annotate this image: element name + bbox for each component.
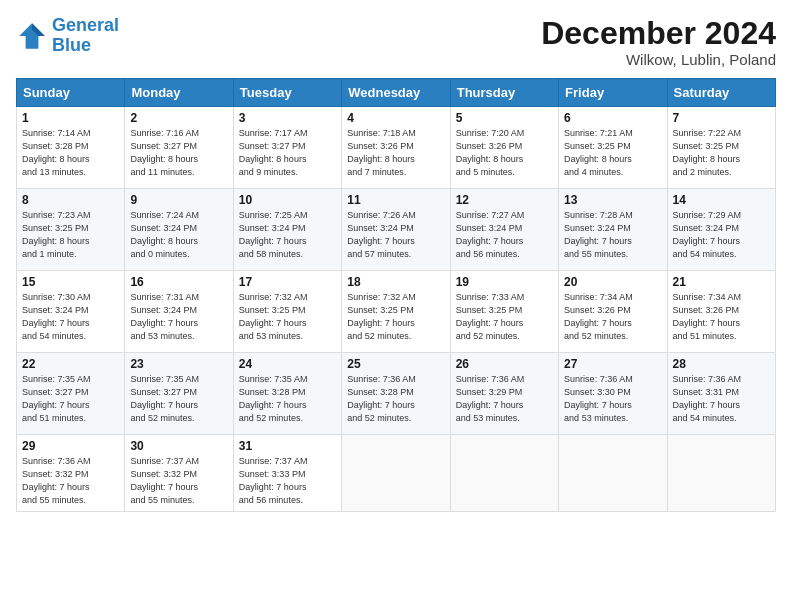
day-info: Sunrise: 7:27 AM Sunset: 3:24 PM Dayligh… <box>456 209 553 261</box>
logo-line2: Blue <box>52 35 91 55</box>
calendar-cell: 24Sunrise: 7:35 AM Sunset: 3:28 PM Dayli… <box>233 353 341 435</box>
calendar-cell: 3Sunrise: 7:17 AM Sunset: 3:27 PM Daylig… <box>233 107 341 189</box>
day-number: 10 <box>239 193 336 207</box>
day-number: 6 <box>564 111 661 125</box>
day-number: 27 <box>564 357 661 371</box>
calendar-week-1: 1Sunrise: 7:14 AM Sunset: 3:28 PM Daylig… <box>17 107 776 189</box>
calendar-cell: 31Sunrise: 7:37 AM Sunset: 3:33 PM Dayli… <box>233 435 341 512</box>
calendar-header-row: SundayMondayTuesdayWednesdayThursdayFrid… <box>17 79 776 107</box>
day-number: 17 <box>239 275 336 289</box>
logo-line1: General <box>52 15 119 35</box>
day-number: 3 <box>239 111 336 125</box>
calendar-cell: 2Sunrise: 7:16 AM Sunset: 3:27 PM Daylig… <box>125 107 233 189</box>
day-info: Sunrise: 7:18 AM Sunset: 3:26 PM Dayligh… <box>347 127 444 179</box>
day-number: 13 <box>564 193 661 207</box>
calendar-table: SundayMondayTuesdayWednesdayThursdayFrid… <box>16 78 776 512</box>
page: General Blue December 2024 Wilkow, Lubli… <box>0 0 792 612</box>
day-info: Sunrise: 7:31 AM Sunset: 3:24 PM Dayligh… <box>130 291 227 343</box>
calendar-cell: 30Sunrise: 7:37 AM Sunset: 3:32 PM Dayli… <box>125 435 233 512</box>
day-number: 9 <box>130 193 227 207</box>
day-number: 19 <box>456 275 553 289</box>
day-number: 12 <box>456 193 553 207</box>
day-info: Sunrise: 7:22 AM Sunset: 3:25 PM Dayligh… <box>673 127 770 179</box>
day-number: 21 <box>673 275 770 289</box>
day-number: 29 <box>22 439 119 453</box>
logo-text: General Blue <box>52 16 119 56</box>
calendar-cell: 16Sunrise: 7:31 AM Sunset: 3:24 PM Dayli… <box>125 271 233 353</box>
calendar-cell <box>559 435 667 512</box>
calendar-cell: 17Sunrise: 7:32 AM Sunset: 3:25 PM Dayli… <box>233 271 341 353</box>
calendar-cell: 8Sunrise: 7:23 AM Sunset: 3:25 PM Daylig… <box>17 189 125 271</box>
calendar-week-4: 22Sunrise: 7:35 AM Sunset: 3:27 PM Dayli… <box>17 353 776 435</box>
day-info: Sunrise: 7:35 AM Sunset: 3:28 PM Dayligh… <box>239 373 336 425</box>
col-header-saturday: Saturday <box>667 79 775 107</box>
day-number: 25 <box>347 357 444 371</box>
day-number: 30 <box>130 439 227 453</box>
day-info: Sunrise: 7:34 AM Sunset: 3:26 PM Dayligh… <box>673 291 770 343</box>
day-number: 1 <box>22 111 119 125</box>
day-info: Sunrise: 7:16 AM Sunset: 3:27 PM Dayligh… <box>130 127 227 179</box>
calendar-cell: 11Sunrise: 7:26 AM Sunset: 3:24 PM Dayli… <box>342 189 450 271</box>
calendar-cell: 1Sunrise: 7:14 AM Sunset: 3:28 PM Daylig… <box>17 107 125 189</box>
day-info: Sunrise: 7:21 AM Sunset: 3:25 PM Dayligh… <box>564 127 661 179</box>
day-info: Sunrise: 7:25 AM Sunset: 3:24 PM Dayligh… <box>239 209 336 261</box>
day-number: 24 <box>239 357 336 371</box>
day-number: 26 <box>456 357 553 371</box>
col-header-friday: Friday <box>559 79 667 107</box>
day-info: Sunrise: 7:23 AM Sunset: 3:25 PM Dayligh… <box>22 209 119 261</box>
day-number: 11 <box>347 193 444 207</box>
day-number: 16 <box>130 275 227 289</box>
day-info: Sunrise: 7:26 AM Sunset: 3:24 PM Dayligh… <box>347 209 444 261</box>
calendar-cell: 13Sunrise: 7:28 AM Sunset: 3:24 PM Dayli… <box>559 189 667 271</box>
main-title: December 2024 <box>541 16 776 51</box>
day-info: Sunrise: 7:35 AM Sunset: 3:27 PM Dayligh… <box>22 373 119 425</box>
day-number: 31 <box>239 439 336 453</box>
calendar-cell: 18Sunrise: 7:32 AM Sunset: 3:25 PM Dayli… <box>342 271 450 353</box>
day-number: 8 <box>22 193 119 207</box>
day-info: Sunrise: 7:20 AM Sunset: 3:26 PM Dayligh… <box>456 127 553 179</box>
calendar-cell: 22Sunrise: 7:35 AM Sunset: 3:27 PM Dayli… <box>17 353 125 435</box>
calendar-cell: 7Sunrise: 7:22 AM Sunset: 3:25 PM Daylig… <box>667 107 775 189</box>
day-info: Sunrise: 7:28 AM Sunset: 3:24 PM Dayligh… <box>564 209 661 261</box>
day-number: 4 <box>347 111 444 125</box>
day-info: Sunrise: 7:17 AM Sunset: 3:27 PM Dayligh… <box>239 127 336 179</box>
calendar-cell: 23Sunrise: 7:35 AM Sunset: 3:27 PM Dayli… <box>125 353 233 435</box>
day-number: 23 <box>130 357 227 371</box>
calendar-cell: 14Sunrise: 7:29 AM Sunset: 3:24 PM Dayli… <box>667 189 775 271</box>
calendar-cell: 19Sunrise: 7:33 AM Sunset: 3:25 PM Dayli… <box>450 271 558 353</box>
day-info: Sunrise: 7:29 AM Sunset: 3:24 PM Dayligh… <box>673 209 770 261</box>
day-info: Sunrise: 7:36 AM Sunset: 3:30 PM Dayligh… <box>564 373 661 425</box>
calendar-cell: 26Sunrise: 7:36 AM Sunset: 3:29 PM Dayli… <box>450 353 558 435</box>
day-number: 28 <box>673 357 770 371</box>
col-header-wednesday: Wednesday <box>342 79 450 107</box>
day-info: Sunrise: 7:14 AM Sunset: 3:28 PM Dayligh… <box>22 127 119 179</box>
day-info: Sunrise: 7:24 AM Sunset: 3:24 PM Dayligh… <box>130 209 227 261</box>
day-info: Sunrise: 7:36 AM Sunset: 3:28 PM Dayligh… <box>347 373 444 425</box>
calendar-cell: 5Sunrise: 7:20 AM Sunset: 3:26 PM Daylig… <box>450 107 558 189</box>
day-info: Sunrise: 7:32 AM Sunset: 3:25 PM Dayligh… <box>239 291 336 343</box>
calendar-cell: 10Sunrise: 7:25 AM Sunset: 3:24 PM Dayli… <box>233 189 341 271</box>
day-info: Sunrise: 7:36 AM Sunset: 3:29 PM Dayligh… <box>456 373 553 425</box>
day-info: Sunrise: 7:33 AM Sunset: 3:25 PM Dayligh… <box>456 291 553 343</box>
day-number: 20 <box>564 275 661 289</box>
day-number: 22 <box>22 357 119 371</box>
calendar-cell: 4Sunrise: 7:18 AM Sunset: 3:26 PM Daylig… <box>342 107 450 189</box>
subtitle: Wilkow, Lublin, Poland <box>541 51 776 68</box>
calendar-cell: 12Sunrise: 7:27 AM Sunset: 3:24 PM Dayli… <box>450 189 558 271</box>
day-info: Sunrise: 7:30 AM Sunset: 3:24 PM Dayligh… <box>22 291 119 343</box>
day-number: 15 <box>22 275 119 289</box>
day-info: Sunrise: 7:37 AM Sunset: 3:33 PM Dayligh… <box>239 455 336 507</box>
day-number: 5 <box>456 111 553 125</box>
logo-icon <box>16 20 48 52</box>
calendar-cell: 28Sunrise: 7:36 AM Sunset: 3:31 PM Dayli… <box>667 353 775 435</box>
calendar-cell: 21Sunrise: 7:34 AM Sunset: 3:26 PM Dayli… <box>667 271 775 353</box>
calendar-cell: 6Sunrise: 7:21 AM Sunset: 3:25 PM Daylig… <box>559 107 667 189</box>
calendar-week-2: 8Sunrise: 7:23 AM Sunset: 3:25 PM Daylig… <box>17 189 776 271</box>
day-info: Sunrise: 7:36 AM Sunset: 3:31 PM Dayligh… <box>673 373 770 425</box>
calendar-cell: 9Sunrise: 7:24 AM Sunset: 3:24 PM Daylig… <box>125 189 233 271</box>
day-number: 2 <box>130 111 227 125</box>
calendar-cell <box>342 435 450 512</box>
col-header-monday: Monday <box>125 79 233 107</box>
day-number: 18 <box>347 275 444 289</box>
calendar-week-3: 15Sunrise: 7:30 AM Sunset: 3:24 PM Dayli… <box>17 271 776 353</box>
